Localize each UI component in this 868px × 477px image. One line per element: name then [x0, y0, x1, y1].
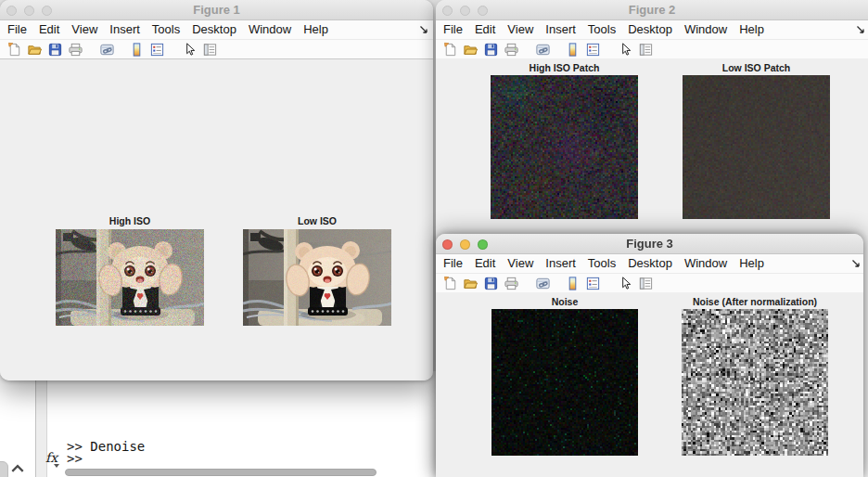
chevron-up-icon[interactable]: [10, 463, 25, 473]
figure1-titlebar[interactable]: Figure 1: [0, 0, 433, 20]
open-file-icon: [27, 42, 43, 58]
menu-item-file[interactable]: File: [443, 20, 463, 39]
menu-overflow-icon[interactable]: [856, 25, 865, 34]
property-inspector-icon: [638, 276, 654, 291]
image-title: Low ISO: [243, 215, 391, 226]
property-inspector-button[interactable]: [637, 41, 654, 58]
figure3-titlebar[interactable]: Figure 3: [436, 234, 863, 254]
open-file-button[interactable]: [462, 41, 479, 58]
print-figure-icon: [68, 42, 83, 58]
new-figure-button[interactable]: [441, 41, 458, 58]
menu-item-window[interactable]: Window: [684, 20, 727, 39]
high-iso-image: [56, 229, 204, 326]
property-inspector-button[interactable]: [201, 41, 218, 58]
figure2-menubar: FileEditViewInsertToolsDesktopWindowHelp: [436, 20, 868, 40]
menu-item-insert[interactable]: Insert: [545, 254, 576, 273]
print-figure-button[interactable]: [67, 41, 83, 58]
menu-item-edit[interactable]: Edit: [475, 20, 495, 39]
save-figure-button[interactable]: [46, 41, 63, 58]
menu-item-insert[interactable]: Insert: [109, 20, 140, 39]
menu-item-file[interactable]: File: [443, 254, 463, 273]
fx-function-hints-button[interactable]: fx: [45, 450, 57, 465]
print-figure-button[interactable]: [503, 275, 519, 291]
menu-overflow-icon[interactable]: [419, 25, 428, 34]
open-file-icon: [463, 42, 479, 58]
figure2-toolbar: [436, 40, 868, 59]
insert-legend-button[interactable]: [584, 41, 601, 58]
menu-item-edit[interactable]: Edit: [475, 254, 495, 273]
menu-item-desktop[interactable]: Desktop: [192, 20, 236, 39]
menu-item-help[interactable]: Help: [739, 254, 764, 273]
edit-plot-button[interactable]: [617, 41, 633, 58]
horizontal-scrollbar[interactable]: [65, 469, 377, 476]
link-plot-icon: [535, 42, 551, 58]
menu-item-tools[interactable]: Tools: [152, 20, 180, 39]
link-plot-button[interactable]: [534, 275, 551, 291]
link-plot-button[interactable]: [534, 41, 551, 58]
insert-legend-button[interactable]: [148, 41, 165, 58]
menu-item-window[interactable]: Window: [249, 20, 291, 39]
edit-plot-icon: [618, 42, 633, 58]
menu-item-edit[interactable]: Edit: [39, 20, 59, 39]
new-figure-icon: [6, 42, 22, 58]
property-inspector-icon: [202, 42, 218, 58]
figure3-menubar: FileEditViewInsertToolsDesktopWindowHelp: [436, 254, 863, 274]
window-title: Figure 1: [0, 0, 433, 20]
fx-caret-icon: [54, 464, 59, 468]
insert-colorbar-icon: [565, 276, 581, 291]
insert-legend-button[interactable]: [584, 275, 601, 291]
menu-item-help[interactable]: Help: [303, 20, 328, 39]
save-figure-button[interactable]: [482, 275, 499, 291]
menu-item-file[interactable]: File: [7, 20, 27, 39]
menu-item-tools[interactable]: Tools: [588, 20, 616, 39]
high-iso-patch-image: [491, 75, 638, 219]
edit-plot-button[interactable]: [181, 41, 198, 58]
menu-item-tools[interactable]: Tools: [588, 254, 616, 273]
menu-overflow-icon[interactable]: [851, 259, 861, 268]
matlab-screen: >> Denoise 1176 fx >> Figure 1 FileEditV…: [0, 0, 868, 477]
link-plot-icon: [535, 276, 551, 291]
save-figure-icon: [47, 42, 63, 58]
menu-item-window[interactable]: Window: [684, 254, 727, 273]
insert-legend-icon: [149, 42, 165, 58]
menu-item-view[interactable]: View: [71, 20, 97, 39]
save-figure-button[interactable]: [482, 41, 499, 58]
menu-item-desktop[interactable]: Desktop: [628, 20, 672, 39]
menu-item-desktop[interactable]: Desktop: [628, 254, 672, 273]
menu-item-help[interactable]: Help: [739, 20, 764, 39]
insert-colorbar-button[interactable]: [128, 41, 145, 58]
new-figure-button[interactable]: [6, 41, 22, 58]
menu-item-insert[interactable]: Insert: [545, 20, 576, 39]
figure1-window: Figure 1 FileEditViewInsertToolsDesktopW…: [0, 0, 433, 380]
window-title: Figure 2: [436, 0, 868, 20]
insert-colorbar-icon: [129, 42, 145, 58]
property-inspector-button[interactable]: [637, 275, 654, 291]
link-plot-icon: [99, 42, 115, 58]
corner-button[interactable]: [0, 461, 8, 477]
figure2-titlebar[interactable]: Figure 2: [436, 0, 868, 20]
print-figure-button[interactable]: [503, 41, 519, 58]
figure1-toolbar: [0, 40, 433, 59]
edit-plot-button[interactable]: [617, 275, 633, 291]
print-figure-icon: [504, 276, 519, 291]
figure3-window: Figure 3 FileEditViewInsertToolsDesktopW…: [436, 234, 863, 477]
new-figure-button[interactable]: [441, 275, 458, 291]
save-figure-icon: [483, 276, 499, 291]
figure3-toolbar: [436, 274, 863, 293]
image-title: Low ISO Patch: [683, 62, 830, 73]
open-file-button[interactable]: [462, 275, 479, 291]
image-title: Noise (After normalization): [682, 296, 828, 307]
low-iso-image: [243, 229, 391, 326]
menu-item-view[interactable]: View: [507, 254, 533, 273]
insert-colorbar-button[interactable]: [564, 275, 581, 291]
insert-colorbar-button[interactable]: [564, 41, 581, 58]
image-title: Noise: [491, 296, 638, 307]
link-plot-button[interactable]: [98, 41, 115, 58]
command-prompt[interactable]: >>: [67, 451, 83, 466]
menu-item-view[interactable]: View: [507, 20, 533, 39]
edit-plot-icon: [618, 276, 633, 291]
low-iso-patch-image: [683, 75, 830, 219]
image-title: High ISO: [56, 215, 204, 226]
open-file-button[interactable]: [26, 41, 43, 58]
figure3-canvas: Noise Noise (After normalization): [436, 292, 863, 477]
